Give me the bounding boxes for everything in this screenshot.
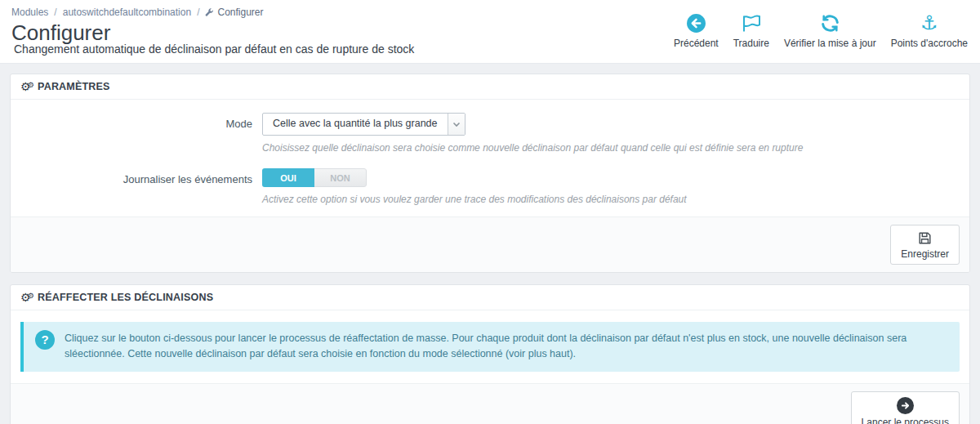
save-icon <box>917 230 933 246</box>
check-update-label: Vérifier la mise à jour <box>784 38 876 49</box>
breadcrumb-current-label: Configurer <box>217 7 263 18</box>
chevron-down-icon <box>448 114 465 135</box>
page-toolbar: Précédent Traduire Vérifier la mise à jo… <box>666 11 975 49</box>
translate-button[interactable]: Traduire <box>726 11 777 49</box>
settings-panel-heading: ⚙⚙ PARAMÈTRES <box>11 74 969 100</box>
settings-panel-body: Mode Celle avec la quantité la plus gran… <box>11 100 969 216</box>
anchor-icon: ⚓ <box>920 11 938 34</box>
run-process-button[interactable]: Lancer le processus <box>851 391 960 424</box>
log-events-row: Journaliser les événements OUI NON Activ… <box>20 168 960 205</box>
breadcrumb-separator: / <box>197 7 199 18</box>
page-header: Modules / autoswitchdefaultcombination /… <box>0 0 980 64</box>
refresh-icon <box>820 11 840 34</box>
switch-off-button[interactable]: NON <box>314 168 367 187</box>
settings-panel: ⚙⚙ PARAMÈTRES Mode Celle avec la quantit… <box>10 74 970 273</box>
check-update-button[interactable]: Vérifier la mise à jour <box>777 11 884 49</box>
reassign-panel-heading: ⚙⚙ RÉAFFECTER LES DÉCLINAISONS <box>11 285 969 310</box>
log-events-label: Journaliser les événements <box>20 168 262 205</box>
mode-row: Mode Celle avec la quantité la plus gran… <box>20 113 960 154</box>
mode-select[interactable]: Celle avec la quantité la plus grande <box>262 113 466 136</box>
back-icon <box>686 11 706 34</box>
cogs-icon: ⚙⚙ <box>20 81 33 92</box>
info-alert-text: Cliquez sur le bouton ci-dessous pour la… <box>65 333 906 359</box>
mode-help-text: Choisissez quelle déclinaison sera chois… <box>262 142 960 154</box>
run-process-label: Lancer le processus <box>862 417 949 424</box>
hooks-button[interactable]: ⚓ Points d'accroche <box>884 11 975 49</box>
reassign-panel-title: RÉAFFECTER LES DÉCLINAISONS <box>38 292 213 303</box>
breadcrumb-item-modules[interactable]: Modules <box>11 7 48 18</box>
question-icon: ? <box>35 330 55 350</box>
settings-panel-footer: Enregistrer <box>11 216 969 272</box>
arrow-right-circle-icon <box>897 397 914 414</box>
log-events-switch: OUI NON <box>262 168 367 187</box>
reassign-panel-footer: Lancer le processus <box>11 383 969 424</box>
previous-button[interactable]: Précédent <box>666 11 726 49</box>
breadcrumb-item-configurer[interactable]: Configurer <box>205 7 263 18</box>
log-events-help-text: Activez cette option si vous voulez gard… <box>262 194 960 205</box>
breadcrumb-separator: / <box>54 7 56 18</box>
cogs-icon: ⚙⚙ <box>20 292 33 303</box>
info-alert: ? Cliquez sur le bouton ci-dessous pour … <box>20 322 960 372</box>
hooks-label: Points d'accroche <box>891 38 968 49</box>
translate-label: Traduire <box>733 38 769 49</box>
wrench-icon <box>205 8 214 17</box>
flag-icon <box>741 11 762 34</box>
settings-panel-title: PARAMÈTRES <box>38 81 110 92</box>
switch-on-button[interactable]: OUI <box>262 168 314 187</box>
previous-label: Précédent <box>674 38 719 49</box>
reassign-panel: ⚙⚙ RÉAFFECTER LES DÉCLINAISONS ? Cliquez… <box>10 284 970 424</box>
save-button[interactable]: Enregistrer <box>890 225 960 265</box>
breadcrumb-item-module[interactable]: autoswitchdefaultcombination <box>63 7 191 18</box>
page-content: ⚙⚙ PARAMÈTRES Mode Celle avec la quantit… <box>0 64 980 424</box>
mode-select-value: Celle avec la quantité la plus grande <box>263 114 448 135</box>
save-button-label: Enregistrer <box>901 248 949 260</box>
mode-label: Mode <box>20 113 262 154</box>
